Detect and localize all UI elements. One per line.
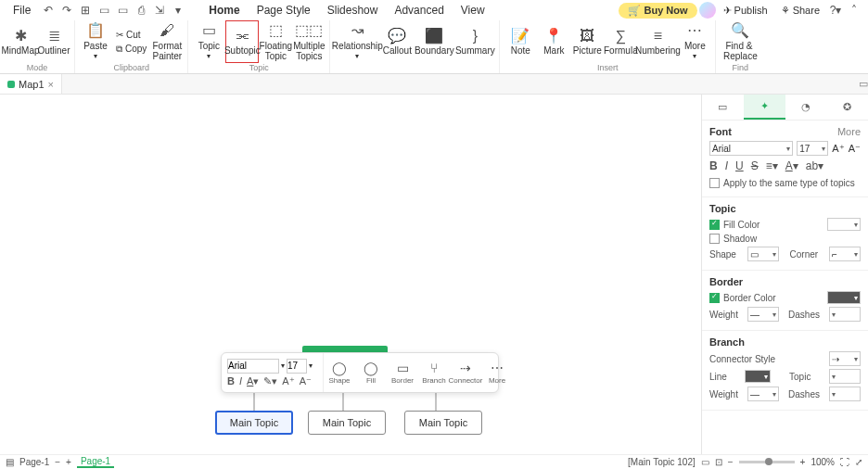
sp-tab-theme[interactable]: ✦ bbox=[744, 95, 785, 120]
shape-select[interactable]: ▭▾ bbox=[747, 247, 779, 261]
font-more-link[interactable]: More bbox=[837, 126, 861, 137]
close-tab-icon[interactable]: × bbox=[48, 79, 54, 90]
zoom-out-icon[interactable]: − bbox=[728, 457, 734, 467]
branch-dashes-select[interactable]: ▾ bbox=[829, 387, 861, 401]
cut-button[interactable]: ✂Cut bbox=[112, 29, 150, 41]
formula-button[interactable]: ∑Formula bbox=[604, 20, 637, 63]
border-color-checkbox[interactable]: Border Color bbox=[709, 293, 776, 303]
tab-page-style[interactable]: Page Style bbox=[249, 2, 318, 19]
floating-topic-button[interactable]: ⬚Floating Topic bbox=[259, 20, 292, 63]
italic-icon[interactable]: I bbox=[239, 375, 242, 387]
undo-icon[interactable]: ↶ bbox=[40, 2, 57, 19]
avatar[interactable] bbox=[699, 2, 716, 19]
more-insert-button[interactable]: ⋯More▾ bbox=[678, 20, 711, 63]
paste-button[interactable]: 📋Paste▾ bbox=[79, 20, 112, 63]
note-button[interactable]: 📝Note bbox=[504, 20, 537, 63]
copy-button[interactable]: ⧉Copy bbox=[112, 43, 150, 56]
tab-overflow-icon[interactable]: ▭ bbox=[859, 78, 868, 90]
canvas[interactable]: Main Topic Main Topic Main Topic ▾ ▾ B I… bbox=[0, 95, 701, 454]
corner-select[interactable]: ⌐▾ bbox=[829, 247, 861, 261]
save-icon[interactable]: ▭ bbox=[114, 2, 131, 19]
grow-font-side-icon[interactable]: A⁺ bbox=[832, 143, 844, 155]
sp-tab-style[interactable]: ▭ bbox=[702, 95, 744, 120]
outliner-view-button[interactable]: ≣Outliner bbox=[37, 20, 70, 63]
boundary-button[interactable]: ⬛Boundary bbox=[414, 20, 454, 63]
fullscreen-icon[interactable]: ⤢ bbox=[855, 457, 862, 467]
numbering-button[interactable]: ≡Numbering bbox=[637, 20, 678, 63]
main-topic-2[interactable]: Main Topic bbox=[308, 411, 386, 435]
main-topic-1[interactable]: Main Topic bbox=[215, 411, 293, 435]
case-side-icon[interactable]: ab▾ bbox=[806, 159, 823, 172]
float-connector-button[interactable]: ⇢Connector bbox=[450, 353, 481, 392]
format-painter-button[interactable]: 🖌Format Painter bbox=[150, 20, 184, 63]
tab-view[interactable]: View bbox=[453, 2, 492, 19]
mark-button[interactable]: 📍Mark bbox=[537, 20, 570, 63]
tab-slideshow[interactable]: Slideshow bbox=[320, 2, 386, 19]
zoom-slider[interactable] bbox=[739, 461, 795, 463]
more-qat-icon[interactable]: ▾ bbox=[170, 2, 186, 19]
sp-tab-tag[interactable]: ◔ bbox=[785, 95, 827, 120]
prev-page-icon[interactable]: − bbox=[55, 457, 60, 467]
border-weight-select[interactable]: —▾ bbox=[747, 307, 779, 322]
font-name-select[interactable]: Arial▾ bbox=[709, 141, 793, 156]
topic-button[interactable]: ▭Topic▾ bbox=[192, 20, 225, 63]
connector-style-select[interactable]: ⇢▾ bbox=[829, 351, 861, 366]
share-button[interactable]: ⚘Share bbox=[775, 5, 825, 17]
border-dashes-select[interactable]: ▾ bbox=[829, 307, 861, 322]
shrink-font-side-icon[interactable]: A⁻ bbox=[849, 143, 861, 155]
fit-page-icon[interactable]: ⛶ bbox=[840, 457, 849, 467]
branch-line-swatch[interactable]: ▾ bbox=[745, 370, 771, 383]
branch-topic-select[interactable]: ▾ bbox=[829, 369, 861, 384]
zoom-in-icon[interactable]: + bbox=[800, 457, 806, 467]
italic-side-icon[interactable]: I bbox=[725, 159, 728, 172]
float-shape-button[interactable]: ◯Shape bbox=[324, 353, 355, 392]
subtopic-button[interactable]: ⫘Subtopic bbox=[225, 20, 259, 63]
font-size-select[interactable]: 17▾ bbox=[797, 141, 828, 156]
shrink-font-icon[interactable]: A⁻ bbox=[300, 375, 312, 387]
tab-advanced[interactable]: Advanced bbox=[387, 2, 451, 19]
apply-same-checkbox[interactable]: Apply to the same type of topics bbox=[709, 178, 855, 188]
bold-icon[interactable]: B bbox=[227, 375, 235, 387]
center-icon[interactable]: ⊡ bbox=[715, 457, 722, 467]
highlight-icon[interactable]: ✎▾ bbox=[263, 375, 277, 387]
pages-list-icon[interactable]: ▤ bbox=[6, 457, 14, 467]
tab-home[interactable]: Home bbox=[201, 2, 247, 19]
float-branch-button[interactable]: ⑂Branch bbox=[418, 353, 450, 392]
sp-tab-icon[interactable]: ✪ bbox=[826, 95, 868, 120]
float-fill-button[interactable]: ◯Fill bbox=[355, 353, 387, 392]
branch-weight-select[interactable]: —▾ bbox=[747, 387, 779, 401]
float-border-button[interactable]: ▭Border bbox=[387, 353, 418, 392]
float-font-select[interactable] bbox=[227, 359, 279, 374]
export-icon[interactable]: ⇲ bbox=[151, 2, 168, 19]
new-icon[interactable]: ⊞ bbox=[77, 2, 94, 19]
fill-color-checkbox[interactable]: Fill Color bbox=[709, 220, 760, 230]
print-icon[interactable]: ⎙ bbox=[133, 2, 149, 19]
strike-side-icon[interactable]: S bbox=[751, 159, 759, 172]
underline-side-icon[interactable]: U bbox=[735, 159, 744, 172]
help-icon[interactable]: ?▾ bbox=[827, 2, 844, 19]
mindmap-view-button[interactable]: ✱MindMap bbox=[4, 20, 37, 63]
fill-color-swatch[interactable]: ▾ bbox=[827, 218, 861, 231]
float-more-button[interactable]: ⋯More bbox=[481, 353, 513, 392]
summary-button[interactable]: }Summary bbox=[454, 20, 495, 63]
open-icon[interactable]: ▭ bbox=[96, 2, 112, 19]
main-topic-3[interactable]: Main Topic bbox=[404, 411, 482, 435]
grow-font-icon[interactable]: A⁺ bbox=[282, 375, 294, 387]
relationship-button[interactable]: ↝Relationship▾ bbox=[334, 20, 380, 63]
publish-button[interactable]: ✈Publish bbox=[718, 5, 773, 17]
multiple-topics-button[interactable]: ⬚⬚Multiple Topics bbox=[292, 20, 326, 63]
page-tab[interactable]: Page-1 bbox=[77, 456, 114, 468]
align-side-icon[interactable]: ≡▾ bbox=[766, 159, 778, 172]
border-color-swatch[interactable]: ▾ bbox=[827, 291, 861, 304]
font-color-side-icon[interactable]: A▾ bbox=[785, 159, 798, 172]
shadow-checkbox[interactable]: Shadow bbox=[709, 234, 757, 244]
buy-now-button[interactable]: 🛒Buy Now bbox=[619, 3, 697, 19]
next-page-icon[interactable]: + bbox=[66, 457, 71, 467]
callout-button[interactable]: 💬Callout bbox=[380, 20, 414, 63]
doc-tab-map1[interactable]: Map1 × bbox=[0, 74, 62, 94]
font-dropdown-icon[interactable]: ▾ bbox=[281, 361, 285, 370]
fit-icon[interactable]: ▭ bbox=[701, 457, 709, 467]
float-size-input[interactable] bbox=[287, 359, 307, 374]
picture-button[interactable]: 🖼Picture bbox=[570, 20, 604, 63]
size-dropdown-icon[interactable]: ▾ bbox=[309, 361, 313, 370]
